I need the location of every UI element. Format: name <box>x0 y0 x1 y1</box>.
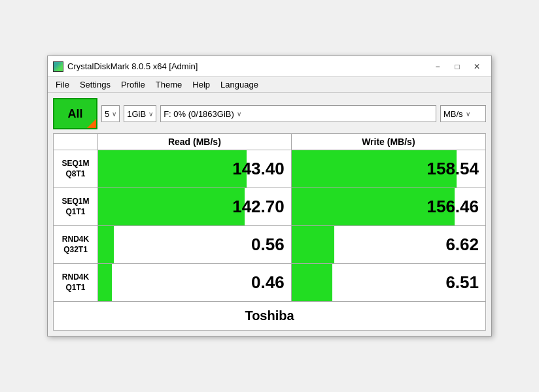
header-empty <box>54 134 98 150</box>
drive-dropdown[interactable]: F: 0% (0/1863GiB) ∨ <box>160 105 436 122</box>
table-row: RND4KQ32T1 0.56 6.62 <box>54 226 486 264</box>
row-label: SEQ1MQ1T1 <box>54 188 98 226</box>
read-cell: 142.70 <box>98 188 292 226</box>
menu-settings[interactable]: Settings <box>75 78 116 91</box>
header-read: Read (MB/s) <box>98 134 292 150</box>
toolbar: All 5 ∨ 1GiB ∨ F: 0% (0/1863GiB) ∨ MB/s … <box>53 98 486 129</box>
title-bar: CrystalDiskMark 8.0.5 x64 [Admin] − □ ✕ <box>48 56 491 77</box>
row-label: RND4KQ1T1 <box>54 264 98 302</box>
read-cell: 0.56 <box>98 226 292 264</box>
table-row: SEQ1MQ8T1 143.40 158.54 <box>54 150 486 188</box>
write-value: 6.62 <box>445 235 479 255</box>
app-icon <box>53 61 63 72</box>
read-cell: 143.40 <box>98 150 292 188</box>
unit-dropdown-arrow: ∨ <box>466 110 470 118</box>
drive-value: F: 0% (0/1863GiB) <box>164 109 234 119</box>
size-dropdown-arrow: ∨ <box>148 110 153 118</box>
table-row: RND4KQ1T1 0.46 6.51 <box>54 264 486 302</box>
read-cell: 0.46 <box>98 264 292 302</box>
write-cell: 6.51 <box>291 264 485 302</box>
title-bar-controls: − □ ✕ <box>428 60 486 73</box>
write-value: 156.46 <box>426 197 479 217</box>
count-dropdown[interactable]: 5 ∨ <box>101 105 120 122</box>
minimize-button[interactable]: − <box>428 60 447 73</box>
main-window: CrystalDiskMark 8.0.5 x64 [Admin] − □ ✕ … <box>47 56 492 336</box>
read-value: 142.70 <box>232 197 285 217</box>
count-value: 5 <box>105 109 109 119</box>
menu-help[interactable]: Help <box>187 78 215 91</box>
count-dropdown-arrow: ∨ <box>112 110 116 118</box>
menu-profile[interactable]: Profile <box>116 78 150 91</box>
size-dropdown[interactable]: 1GiB ∨ <box>124 105 156 122</box>
benchmark-table: Read (MB/s) Write (MB/s) SEQ1MQ8T1 143.4… <box>53 133 486 331</box>
close-button[interactable]: ✕ <box>468 60 486 73</box>
write-cell: 156.46 <box>291 188 485 226</box>
disk-brand: Toshiba <box>54 302 486 331</box>
table-row: SEQ1MQ1T1 142.70 156.46 <box>54 188 486 226</box>
maximize-button[interactable]: □ <box>448 60 466 73</box>
header-write: Write (MB/s) <box>291 134 485 150</box>
window-title: CrystalDiskMark 8.0.5 x64 [Admin] <box>67 61 198 71</box>
menu-theme[interactable]: Theme <box>150 78 187 91</box>
menu-file[interactable]: File <box>50 78 75 91</box>
row-label: RND4KQ32T1 <box>54 226 98 264</box>
read-value: 143.40 <box>232 159 285 179</box>
title-bar-left: CrystalDiskMark 8.0.5 x64 [Admin] <box>53 61 198 72</box>
read-value: 0.56 <box>251 235 285 255</box>
drive-dropdown-arrow: ∨ <box>237 110 241 118</box>
write-cell: 158.54 <box>291 150 485 188</box>
unit-dropdown[interactable]: MB/s ∨ <box>440 105 486 122</box>
footer-row: Toshiba <box>54 302 486 331</box>
size-value: 1GiB <box>127 109 146 119</box>
content-area: All 5 ∨ 1GiB ∨ F: 0% (0/1863GiB) ∨ MB/s … <box>48 93 491 336</box>
row-label: SEQ1MQ8T1 <box>54 150 98 188</box>
read-value: 0.46 <box>251 272 285 293</box>
all-button[interactable]: All <box>53 98 97 129</box>
menu-bar: File Settings Profile Theme Help Languag… <box>48 77 491 93</box>
unit-value: MB/s <box>443 109 463 119</box>
menu-language[interactable]: Language <box>215 78 264 91</box>
write-value: 158.54 <box>426 159 479 179</box>
write-cell: 6.62 <box>291 226 485 264</box>
write-value: 6.51 <box>445 272 479 293</box>
